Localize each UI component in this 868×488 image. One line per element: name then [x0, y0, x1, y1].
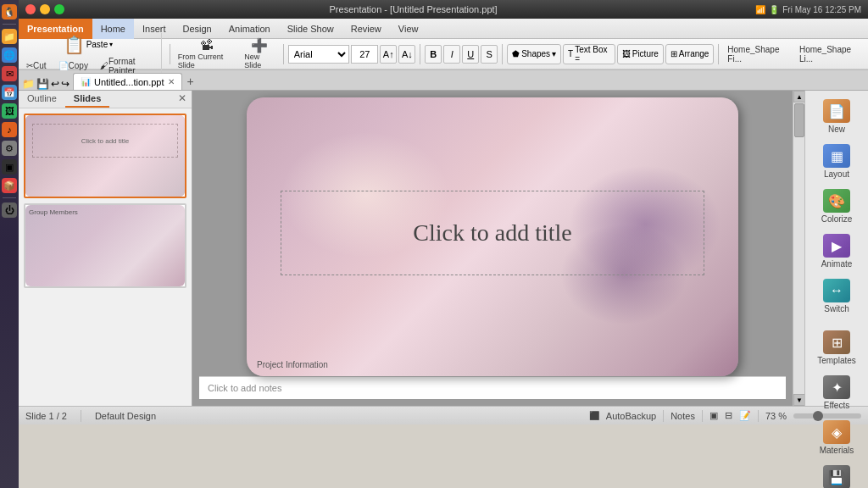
right-layout-button[interactable]: ▦ Layout: [808, 141, 865, 182]
slide-1-preview: Click to add title: [25, 115, 185, 197]
home-shape-li-button[interactable]: Home_Shape Li...: [795, 45, 865, 64]
menu-view[interactable]: View: [390, 19, 427, 39]
colorize-label: Colorize: [821, 214, 853, 224]
scroll-thumb[interactable]: [794, 103, 804, 137]
right-animate-button[interactable]: ▶ Animate: [808, 230, 865, 272]
new-slide-button[interactable]: ➕ New Slide: [241, 37, 279, 71]
bold-button[interactable]: B: [425, 45, 442, 64]
toolbar-row1: 📋 Paste ▾ ✂ Cut 📄 Copy 🖌 Format Painter: [19, 39, 868, 69]
slide-canvas[interactable]: Click to add title Project Information: [247, 97, 738, 376]
separator-5: [718, 44, 719, 64]
view-normal-icon[interactable]: ▣: [709, 410, 718, 421]
slide-panel: Outline Slides ✕ Click to add title Grou…: [19, 91, 192, 406]
menu-design[interactable]: Design: [175, 19, 220, 39]
vertical-scrollbar[interactable]: ▲ ▼: [793, 91, 804, 406]
shapes-button[interactable]: ⬟ Shapes ▾: [507, 44, 561, 64]
right-backup-button[interactable]: 💾 Backup: [808, 462, 865, 488]
view-notes-icon[interactable]: 📝: [739, 410, 751, 421]
right-new-button[interactable]: 📄 New: [808, 96, 865, 137]
dock-software[interactable]: 📦: [2, 178, 17, 193]
clock: Fri May 16 12:25 PM: [782, 5, 861, 14]
font-size-input[interactable]: 27: [351, 45, 378, 64]
arrange-button[interactable]: ⊞ Arrange: [665, 44, 715, 64]
dock-files[interactable]: 📁: [2, 29, 17, 44]
dock-calendar[interactable]: 📅: [2, 85, 17, 100]
dock-settings[interactable]: ⚙: [2, 141, 17, 156]
dock-ubuntu[interactable]: 🐧: [2, 4, 17, 19]
paste-dropdown-icon[interactable]: ▾: [109, 41, 113, 48]
notes-placeholder: Click to add notes: [208, 383, 281, 393]
window-controls: [25, 4, 64, 14]
separator-4: [502, 44, 503, 64]
menu-review[interactable]: Review: [342, 19, 390, 39]
design-info: Default Design: [95, 411, 156, 421]
strikethrough-button[interactable]: S: [481, 45, 498, 64]
outline-tab[interactable]: Outline: [19, 91, 65, 108]
templates-icon: ⊞: [823, 330, 850, 354]
panel-close-button[interactable]: ✕: [173, 91, 192, 108]
slide-thumb-2[interactable]: Group Members: [24, 203, 186, 288]
undo-icon[interactable]: ↩: [51, 78, 59, 90]
view-slide-icon[interactable]: ⊟: [725, 410, 732, 421]
textbox-button[interactable]: T Text Box =: [563, 44, 615, 64]
presentation-icon: 📽: [200, 39, 214, 53]
title-placeholder[interactable]: Click to add title: [281, 191, 704, 275]
right-switch-button[interactable]: ↔ Switch: [808, 275, 865, 317]
italic-button[interactable]: I: [443, 45, 460, 64]
redo-icon[interactable]: ↪: [61, 78, 70, 90]
slides-list: Click to add title Group Members: [19, 108, 192, 406]
dock-browser[interactable]: 🌐: [2, 47, 17, 63]
battery-icon: 🔋: [769, 5, 779, 14]
slide-thumb-1[interactable]: Click to add title: [24, 114, 186, 198]
save-icon[interactable]: 💾: [36, 78, 49, 90]
right-panel: 📄 New ▦ Layout 🎨 Colorize ▶ Animate ↔ Sw…: [804, 91, 868, 406]
menu-slideshow[interactable]: Slide Show: [279, 19, 342, 39]
paste-button[interactable]: 📋 Paste ▾: [60, 33, 117, 57]
dock-music[interactable]: ♪: [2, 122, 17, 137]
paste-group: 📋 Paste ▾ ✂ Cut 📄 Copy 🖌 Format Painter: [22, 33, 162, 75]
dock-mail[interactable]: ✉: [2, 66, 17, 81]
scroll-up-button[interactable]: ▲: [793, 91, 805, 103]
picture-button[interactable]: 🖼 Picture: [617, 44, 664, 64]
scroll-down-button[interactable]: ▼: [793, 394, 805, 406]
cut-icon: ✂: [26, 61, 33, 70]
underline-button[interactable]: U: [462, 45, 479, 64]
font-grow-button[interactable]: A↑: [380, 45, 397, 64]
right-templates-button[interactable]: ⊞ Templates: [808, 327, 865, 369]
from-current-slide-button[interactable]: 📽 From Current Slide: [175, 37, 239, 71]
notes-area[interactable]: Click to add notes: [199, 376, 786, 399]
cut-button[interactable]: ✂ Cut: [22, 57, 51, 75]
dock-terminal[interactable]: ▣: [2, 159, 17, 175]
main-area: Outline Slides ✕ Click to add title Grou…: [19, 91, 868, 406]
font-shrink-button[interactable]: A↓: [398, 45, 415, 64]
slide-info: Slide 1 / 2: [25, 411, 67, 421]
animate-icon: ▶: [823, 234, 850, 258]
dock-photos[interactable]: 🖼: [2, 103, 17, 119]
tab-close-button[interactable]: ✕: [168, 77, 175, 86]
slide-panel-tabs: Outline Slides ✕: [19, 91, 192, 108]
effects-label: Effects: [824, 401, 849, 410]
tab-label: Untitled...tion.ppt: [94, 77, 164, 87]
new-label: New: [828, 125, 845, 134]
scroll-track[interactable]: [793, 103, 804, 394]
copy-icon: 📄: [58, 61, 69, 70]
font-selector[interactable]: Arial: [288, 45, 350, 64]
menu-animation[interactable]: Animation: [220, 19, 279, 39]
close-button[interactable]: [25, 4, 36, 14]
right-effects-button[interactable]: ✦ Effects: [808, 372, 865, 413]
add-tab-button[interactable]: +: [182, 73, 199, 90]
zoom-slider[interactable]: [793, 413, 861, 419]
format-painter-icon: 🖌: [100, 61, 108, 70]
home-shape-fi-button[interactable]: Home_Shape Fi...: [723, 45, 793, 64]
window-title: Presentation - [Untitled Presentation.pp…: [71, 4, 755, 14]
dock-logout[interactable]: ⏻: [2, 202, 17, 218]
shapes-dropdown-icon: ▾: [552, 49, 556, 58]
right-materials-button[interactable]: ◈ Materials: [808, 417, 865, 458]
autobackup-label: AutoBackup: [606, 411, 656, 421]
notes-label[interactable]: Notes: [670, 411, 695, 421]
minimize-button[interactable]: [40, 4, 50, 14]
maximize-button[interactable]: [54, 4, 64, 14]
slides-tab[interactable]: Slides: [65, 91, 109, 108]
active-tab[interactable]: 📊 Untitled...tion.ppt ✕: [73, 73, 182, 90]
right-colorize-button[interactable]: 🎨 Colorize: [808, 186, 865, 227]
